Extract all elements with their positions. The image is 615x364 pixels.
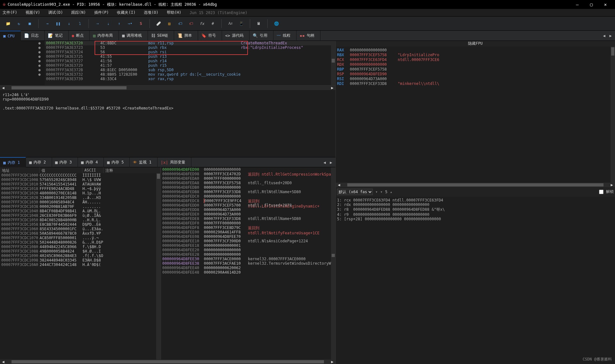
tab-callstack[interactable]: ▦调用堆栈 [119, 31, 148, 41]
dump-row[interactable]: 00007FFF3CDC106850A58944667878C0ÀxxfD.¥P [0, 231, 156, 236]
stack-row[interactable]: 000000964D8FEE400000000000620062 [161, 266, 331, 270]
menu-debug[interactable]: 调试(D) [48, 10, 63, 15]
disasm-vscroll[interactable] [331, 41, 335, 85]
stack-row[interactable]: 000000964D8FEDA800007FFF3CEF5758ntdll._f… [161, 181, 331, 185]
stack-row[interactable]: 000000964D8FEDC800007FFF3CE9FFC4返回到 ntdl… [161, 199, 331, 203]
maximize-button[interactable]: ▢ [584, 0, 598, 9]
dump-row[interactable]: 00007FFF3CDC109040245C89662884E3.f(.f.\$… [0, 254, 156, 258]
stack-rows[interactable]: 000000964D8FED90000000000000000000000096… [161, 167, 331, 360]
chevron-down-icon[interactable]: ▾ [375, 190, 378, 194]
tab-mem5[interactable]: ▦内存 5 [104, 157, 130, 167]
tab-memmap[interactable]: ▥内存布局 [90, 31, 119, 41]
tab-breakpoints[interactable]: ●断点 [69, 31, 90, 41]
step-into-icon[interactable]: ↓ [64, 19, 74, 28]
dump-row[interactable]: 00007FFF3CDC1018FFFFE9024AC8D48H.¬$.þÿÿ [0, 186, 156, 191]
disasm-list[interactable]: 00007FFF3A3E37204C:8BDCmov r11,rspCreate… [45, 41, 331, 85]
calling-convention-select[interactable]: 默认 (x64 fas [337, 189, 373, 195]
stack-row[interactable]: 000000964D8FEE180000000000000001 [161, 243, 331, 248]
stack-row[interactable]: 000000964D8FEDE0000000964D73A000 [161, 212, 331, 216]
tab-notes[interactable]: 📝笔记 [45, 31, 69, 41]
tab-watch1[interactable]: 👁监视 1 [130, 157, 157, 167]
tab-scroll-left[interactable]: ◀ [601, 31, 607, 41]
tab-mem2[interactable]: ▦内存 2 [26, 157, 52, 167]
chevron-down-icon[interactable]: ▾ [380, 190, 382, 194]
dump-row[interactable]: 00007FFF3CDC1000CCCCCCCCCCCCCCCCÌÌÌÌÌÌÌÌ [0, 173, 156, 178]
tab-mem3[interactable]: ▦内存 3 [52, 157, 78, 167]
settings-icon[interactable]: 🖩 [254, 19, 264, 28]
chevron-up-icon[interactable]: ▴ [390, 190, 392, 194]
disasm-row[interactable]: 00007FFF3A3E373948:33C4xor rax,rsp [45, 77, 331, 81]
register-row[interactable]: RAX0000000000000000 [337, 48, 609, 53]
reg-vscroll[interactable] [611, 47, 615, 183]
dump-row[interactable]: 00007FFF3CDC1028334B001914E2058B..á...H3 [0, 195, 156, 200]
register-rows[interactable]: RAX0000000000000000RBX00007FFF3CEF5758"L… [336, 47, 611, 183]
dump-row[interactable]: 00007FFF3CDC1058E8CBB70F44502444D$PD..Èè [0, 222, 156, 227]
dump-row[interactable]: 00007FFF3CDC10A02444C7304424C148H.Á'0D$( [0, 262, 156, 267]
trace-over-icon[interactable]: ⇣ [104, 19, 113, 28]
disasm-row[interactable]: 00007FFF3A3E372353push rbxrbx:"LdrpIniti… [45, 45, 331, 50]
open-icon[interactable]: 📁 [3, 19, 13, 28]
scylla-icon[interactable]: S [136, 19, 146, 28]
dump-row[interactable]: 00007FFF3CDC10380000200B81AB70F........ [0, 204, 156, 209]
calc-icon[interactable]: 📱 [236, 19, 246, 28]
lock-checkbox[interactable] [599, 190, 603, 194]
register-row[interactable]: RBX00007FFF3CEF5758"LdrpInitializePro [337, 53, 609, 57]
stack-row[interactable]: 000000964D8FEDA000007FFF00000000 [161, 176, 331, 181]
tab-references[interactable]: 🔍引用 [250, 31, 273, 41]
tab-source[interactable]: <>源代码 [222, 31, 250, 41]
tab-mem1[interactable]: ▦内存 1 [0, 157, 26, 167]
run-to-sel-icon[interactable]: →• [125, 19, 135, 28]
bookmarks-icon[interactable]: 🏷 [186, 19, 196, 28]
dump-row[interactable]: 00007FFF3CDC10300000160858948C4ÄH...... [0, 200, 156, 204]
disasm-row[interactable]: 00007FFF3A3E372741:56push r14 [45, 59, 331, 63]
register-row[interactable]: RSI000000964D73A000 [337, 77, 609, 81]
dump-row[interactable]: 00007FFF3CDC10408B4CF08B4DF98B41A.ùM.ðL. [0, 209, 156, 213]
tab-script[interactable]: 📜脚本 [174, 31, 198, 41]
tab-log[interactable]: 📄日志 [21, 31, 45, 41]
dump-row[interactable]: 00007FFF3CDC10105741564155415441ATAUAVAW [0, 182, 156, 186]
dump-row[interactable]: 00007FFF3CDC1070AC850FFF85000001....ÿ.¬ [0, 236, 156, 240]
trace-into-icon[interactable]: ⇢ [93, 19, 102, 28]
disasm-row[interactable]: 00007FFF3A3E37204C:8BDCmov r11,rspCreate… [45, 41, 331, 45]
stop-icon[interactable]: ■ [25, 19, 35, 28]
register-row[interactable]: RDI00007FFF3CEF33D8"minkernel\\ntdll\ [337, 81, 609, 86]
stack-row[interactable]: 000000964D8FEDF800007FFF3CE8D79C返回到 ntdl… [161, 225, 331, 230]
menu-file[interactable]: 文件(F) [3, 10, 17, 15]
stack-row[interactable]: 000000964D8FEE280000000000000000 [161, 252, 331, 257]
register-row[interactable]: RDX0000000000000000 [337, 62, 609, 67]
tab-cpu[interactable]: ▣CPU [0, 31, 21, 41]
register-row[interactable]: RSP000000964D8FED90 [337, 72, 609, 77]
dump-row[interactable]: 00007FFF3CDC106085E43345000001FCü...E3áa… [0, 227, 156, 231]
run-to-user-icon[interactable]: ↑ [114, 19, 124, 28]
run-icon[interactable]: → [42, 19, 52, 28]
dump-row[interactable]: 00007FFF3CDC108044894842245C8966f.\$BH.D [0, 245, 156, 249]
patch-icon[interactable]: 🩹 [154, 19, 163, 28]
disasm-row[interactable]: 00007FFF3A3E372541:55push r13 [45, 54, 331, 59]
about-icon[interactable]: 🌐 [272, 19, 281, 28]
disasm-row[interactable]: 00007FFF3A3E372941:57push r15 [45, 63, 331, 68]
dump-row[interactable]: 00007FFF3CDC108849B0000058B4824$H.Ø...I [0, 249, 156, 254]
stack-vscroll[interactable] [331, 167, 335, 360]
stack-row[interactable]: 000000964D8FEDF000007FFF00000000 [161, 221, 331, 225]
menu-view[interactable]: 视图(V) [26, 10, 40, 15]
step-over-icon[interactable]: ⤵ [75, 19, 85, 28]
dump-row[interactable]: 00007FFF3CDC10785024448D48000826&...H.D$… [0, 240, 156, 245]
tab-handles[interactable]: ▪▪句柄 [296, 31, 320, 41]
stack-row[interactable]: 000000964D8FEE0000000290A4614FF8 [161, 230, 331, 234]
disasm-row[interactable]: 00007FFF3A3E372456push rsi [45, 50, 331, 54]
fx-icon[interactable]: fx [197, 19, 207, 28]
stack-row[interactable]: 000000964D8FEE3000007FFF3ACE0000kernel32… [161, 257, 331, 261]
stack-row[interactable]: 000000964D8FEDE800007FFF3CEF33D8ntdll.Rt… [161, 216, 331, 221]
font-icon[interactable]: Az [226, 19, 235, 28]
dump-tab-left[interactable]: ◀ [321, 157, 328, 168]
disasm-row[interactable]: 00007FFF3A3E372B48:81EC D0050000sub rsp,… [45, 68, 331, 72]
tab-threads[interactable]: 〰线程 [273, 31, 296, 41]
tab-mem4[interactable]: ▦内存 4 [78, 157, 104, 167]
bottom-hscroll[interactable]: ◀▶ [0, 360, 335, 364]
menu-options[interactable]: 选项(O) [144, 10, 158, 15]
dump-tab-right[interactable]: ▶ [328, 157, 334, 168]
reg-hscroll[interactable]: ◀▶ [336, 183, 615, 187]
stack-row[interactable]: 000000964D8FEE3800007FFF3ACFAE10kernel32… [161, 261, 331, 266]
stack-row[interactable]: 000000964D8FEE200000000000000000 [161, 248, 331, 252]
menu-help[interactable]: 帮助(H) [167, 10, 181, 15]
